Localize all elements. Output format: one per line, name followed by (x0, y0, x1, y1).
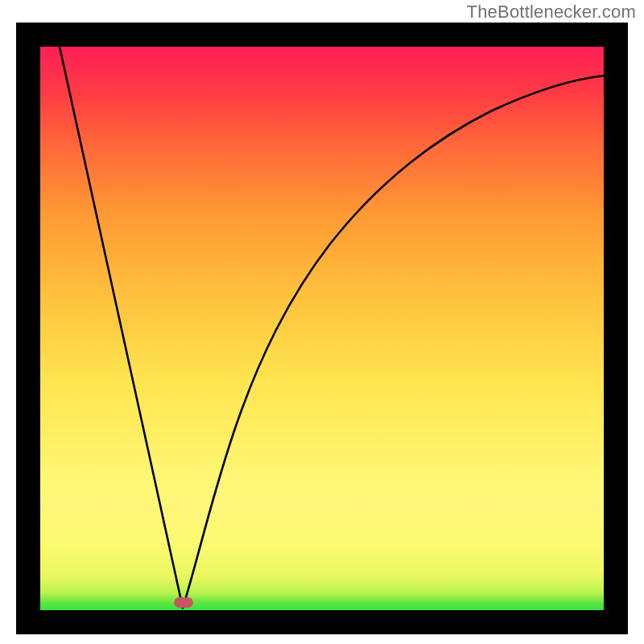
chart-frame (16, 23, 628, 634)
curve-right-limb (183, 76, 604, 608)
attribution-text: TheBottlenecker.com (467, 2, 636, 23)
plot-area (40, 47, 604, 610)
curve-path (40, 47, 604, 610)
min-marker (174, 597, 193, 608)
chart-root: TheBottlenecker.com (0, 0, 644, 644)
curve-left-limb (60, 47, 183, 608)
